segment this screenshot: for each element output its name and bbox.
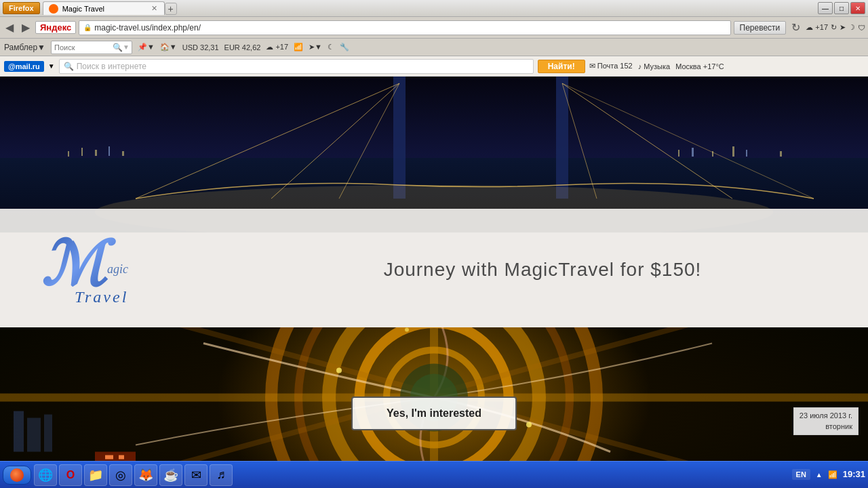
taskbar-java[interactable]: ☕	[159, 464, 182, 486]
svg-rect-43	[27, 418, 41, 452]
nav-arrow-icon[interactable]: ➤	[840, 23, 846, 32]
night-icon[interactable]: ☾	[328, 43, 334, 52]
close-button[interactable]: ✕	[850, 2, 865, 14]
browser-frame: Firefox Magic Travel ✕ + — □ ✕ ◀ ▶ Яндек…	[0, 0, 868, 488]
windows-orb	[10, 468, 24, 482]
svg-rect-3	[556, 77, 568, 199]
mailru-search-placeholder: Поиск в интернете	[77, 62, 146, 71]
taskbar-chrome[interactable]: ◎	[109, 464, 132, 486]
taskbar-opera[interactable]: O	[59, 464, 82, 486]
yandex-logo[interactable]: Яндекс	[35, 21, 76, 34]
svg-rect-12	[81, 148, 83, 156]
audio-icon: ♬	[216, 468, 226, 482]
weather-widget: ☁ +17	[266, 43, 288, 52]
website-content: ℳ agic Travel Journey with MagicTravel f…	[0, 77, 868, 461]
date-line2: вторник	[800, 422, 852, 432]
ie-icon: 🌐	[38, 468, 53, 483]
eur-currency: EUR 42,62	[224, 43, 261, 52]
taskbar-mail[interactable]: ✉	[184, 464, 208, 486]
network-icon[interactable]: 📶	[294, 43, 303, 52]
hero-tagline: Journey with MagicTravel for $150!	[384, 259, 702, 281]
taskbar: 🌐 O 📁 ◎ 🦊 ☕ ✉ ♬ EN	[0, 461, 868, 488]
svg-rect-17	[692, 148, 694, 157]
maximize-button[interactable]: □	[834, 2, 849, 14]
svg-point-38	[336, 368, 342, 373]
svg-rect-18	[712, 151, 713, 157]
hero-overlay: ℳ agic Travel Journey with MagicTravel f…	[0, 209, 868, 331]
svg-rect-16	[678, 150, 679, 157]
toolbar-search-box[interactable]: 🔍 ▼	[51, 41, 132, 54]
taskbar-firefox[interactable]: 🦊	[134, 464, 157, 486]
reload-button[interactable]: ↻	[789, 20, 803, 35]
firefox-icon: 🦊	[138, 468, 153, 483]
taskbar-time: 19:31	[843, 469, 865, 481]
taskbar-files[interactable]: 📁	[84, 464, 107, 486]
bookmark-icon[interactable]: 📌▼	[138, 43, 155, 52]
toolbar-search-input[interactable]	[52, 43, 113, 52]
mail-icon: ✉	[191, 468, 201, 483]
address-text: magic-travel.us/index.php/en/	[94, 23, 201, 33]
mailru-logo[interactable]: @mail.ru	[4, 61, 44, 72]
tab-close-icon[interactable]: ✕	[151, 4, 157, 13]
city-weather-label: Москва +17°С	[675, 62, 724, 70]
start-button[interactable]	[3, 466, 31, 485]
svg-rect-2	[393, 77, 406, 199]
sync-icon[interactable]: ↻	[831, 23, 837, 32]
window-controls: — □ ✕	[818, 2, 865, 14]
svg-rect-21	[780, 151, 782, 157]
mailru-find-button[interactable]: Найти!	[538, 60, 585, 73]
tab-bar: Magic Travel ✕ +	[43, 1, 177, 15]
mailru-search-icon: 🔍	[64, 62, 74, 71]
hero-bottom-background: Yes, I'm interested 23 июля 2013 г. втор…	[0, 327, 868, 461]
taskbar-items: 🌐 O 📁 ◎ 🦊 ☕ ✉ ♬	[34, 464, 789, 486]
firefox-menu-button[interactable]: Firefox	[3, 2, 40, 14]
usd-currency: USD 32,31	[182, 43, 219, 52]
svg-text:agic: agic	[107, 262, 128, 276]
svg-rect-11	[68, 151, 69, 157]
date-tooltip: 23 июля 2013 г. вторник	[793, 407, 859, 435]
title-bar: Firefox Magic Travel ✕ + — □ ✕	[0, 0, 868, 17]
svg-rect-20	[746, 150, 747, 157]
svg-rect-47	[119, 455, 124, 460]
cta-button[interactable]: Yes, I'm interested	[351, 396, 517, 430]
svg-rect-15	[122, 151, 124, 156]
mailru-search-box[interactable]: 🔍 Поиск в интернете	[59, 59, 534, 74]
ssl-icon: 🔒	[83, 24, 92, 31]
location-icon[interactable]: ➤▼	[309, 43, 322, 52]
toolbar-search-button[interactable]: 🔍	[113, 43, 123, 52]
address-bar[interactable]: 🔒 magic-travel.us/index.php/en/	[79, 20, 730, 35]
svg-rect-44	[44, 415, 52, 452]
tab-title: Magic Travel	[62, 5, 104, 13]
taskbar-up-arrow[interactable]: ▲	[816, 471, 823, 479]
taskbar-ie[interactable]: 🌐	[34, 464, 57, 486]
rambler-button[interactable]: Рамблер▼	[4, 43, 45, 52]
toolbar-search-options[interactable]: ▼	[123, 43, 131, 51]
cloud-icon: ☁ +17	[806, 23, 828, 32]
mail-count-label[interactable]: ✉ Почта 152	[589, 62, 633, 70]
minimize-button[interactable]: —	[818, 2, 833, 14]
music-label[interactable]: ♪ Музыка	[638, 62, 670, 70]
svg-rect-46	[105, 455, 113, 460]
home-icon[interactable]: 🏠▼	[160, 43, 177, 52]
active-tab[interactable]: Magic Travel ✕	[43, 1, 165, 15]
opera-icon: O	[66, 469, 75, 481]
files-icon: 📁	[88, 468, 103, 483]
chrome-icon: ◎	[115, 468, 126, 483]
translate-button[interactable]: Перевести	[734, 21, 787, 35]
new-tab-button[interactable]: +	[165, 3, 177, 15]
back-button[interactable]: ◀	[3, 20, 16, 35]
tools-icon[interactable]: 🔧	[340, 43, 349, 52]
forward-button[interactable]: ▶	[19, 20, 33, 35]
svg-point-39	[526, 422, 532, 428]
taskbar-audio[interactable]: ♬	[210, 464, 233, 486]
taskbar-right: EN ▲ 📶 19:31	[792, 469, 865, 481]
svg-rect-14	[108, 146, 110, 156]
moon-icon[interactable]: ☽	[848, 23, 855, 32]
mailru-bar: @mail.ru ▼ 🔍 Поиск в интернете Найти! ✉ …	[0, 56, 868, 77]
tagline-section: Journey with MagicTravel for $150!	[217, 259, 868, 281]
logo-section: ℳ agic Travel	[0, 211, 217, 329]
mailru-extras: ✉ Почта 152 ♪ Музыка Москва +17°С	[589, 62, 724, 70]
taskbar-signal: 📶	[828, 470, 837, 479]
mailru-dropdown[interactable]: ▼	[48, 62, 55, 70]
shield-icon[interactable]: 🛡	[858, 24, 865, 32]
